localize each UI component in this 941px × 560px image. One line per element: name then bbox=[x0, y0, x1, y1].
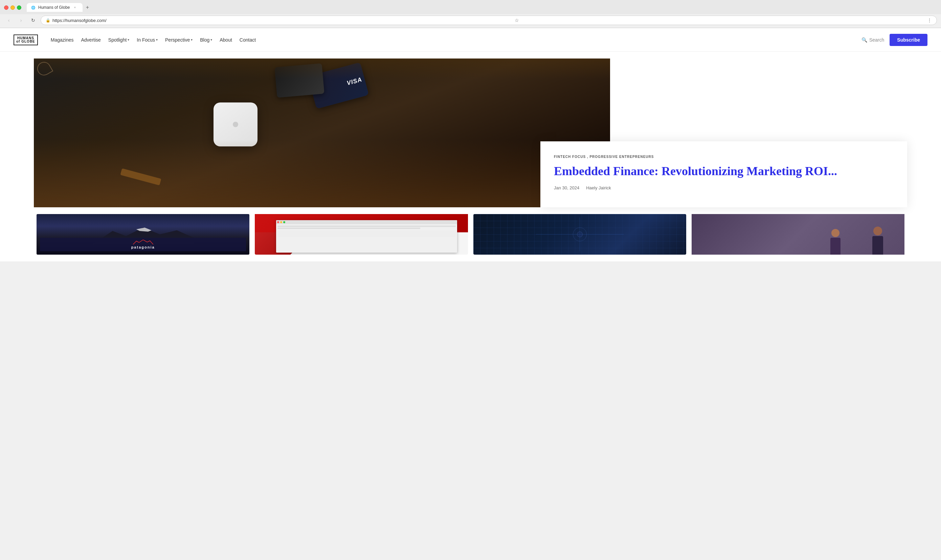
search-bar[interactable]: 🔍 Search bbox=[861, 37, 884, 43]
patagonia-image: patagonia bbox=[37, 214, 249, 255]
svg-point-5 bbox=[577, 232, 582, 237]
logo-bottom-text: of GLOBE bbox=[16, 40, 35, 43]
nav-in-focus[interactable]: In Focus ▾ bbox=[134, 35, 160, 45]
traffic-lights bbox=[4, 5, 21, 10]
nav-spotlight[interactable]: Spotlight ▾ bbox=[106, 35, 132, 45]
screen-content bbox=[276, 224, 457, 238]
nav-about-label: About bbox=[220, 37, 232, 43]
nav-about[interactable]: About bbox=[217, 35, 235, 45]
in-focus-chevron-icon: ▾ bbox=[156, 38, 158, 42]
tab-bar: 🌐 Humans of Globe × + bbox=[27, 3, 92, 12]
person2 bbox=[872, 226, 883, 255]
site-header: HUMANS of GLOBE Magazines Advertise Spot… bbox=[0, 28, 941, 52]
nav-perspective-label: Perspective bbox=[165, 37, 190, 43]
top-overlay bbox=[34, 58, 610, 79]
tab-favicon-icon: 🌐 bbox=[31, 5, 35, 10]
card-laptop-bg bbox=[255, 214, 467, 255]
hero-date: Jan 30, 2024 bbox=[554, 185, 579, 191]
screen-line-2 bbox=[278, 228, 420, 229]
people-image bbox=[692, 214, 904, 255]
tech-image bbox=[474, 214, 686, 255]
person1-head bbox=[831, 229, 839, 237]
subscribe-button[interactable]: Subscribe bbox=[890, 34, 927, 46]
browser-titlebar: 🌐 Humans of Globe × + bbox=[0, 0, 941, 14]
screen-main-area bbox=[278, 230, 456, 237]
hero-info-card: FINTECH FOCUS , PROGRESSIVE ENTREPRENEUR… bbox=[540, 142, 907, 207]
nav-contact-label: Contact bbox=[239, 37, 256, 43]
hero-image: VISA bbox=[34, 58, 610, 207]
card-people[interactable] bbox=[692, 214, 904, 255]
minimize-window-button[interactable] bbox=[11, 5, 15, 10]
card-tech-bg bbox=[474, 214, 686, 255]
hero-tag2: PROGRESSIVE ENTREPRENEURS bbox=[589, 155, 654, 158]
hero-meta: Jan 30, 2024 Haely Jairick bbox=[554, 185, 894, 191]
screen-btn-yellow bbox=[280, 221, 282, 223]
card-laptop[interactable] bbox=[255, 214, 467, 255]
square-dot bbox=[233, 122, 238, 127]
screen-line-1 bbox=[278, 226, 456, 227]
hero-tags: FINTECH FOCUS , PROGRESSIVE ENTREPRENEUR… bbox=[554, 155, 894, 158]
refresh-button[interactable]: ↻ bbox=[28, 15, 38, 25]
person1-body bbox=[830, 238, 841, 255]
address-field[interactable]: 🔒 https://humansofglobe.com/ ☆ ⋮ bbox=[41, 15, 937, 25]
hero-tag1: FINTECH FOCUS bbox=[554, 155, 586, 158]
hero-title[interactable]: Embedded Finance: Revolutionizing Market… bbox=[554, 164, 894, 178]
address-bar-row: ‹ › ↻ 🔒 https://humansofglobe.com/ ☆ ⋮ bbox=[0, 14, 941, 28]
card-patagonia[interactable]: patagonia bbox=[37, 214, 249, 255]
forward-button[interactable]: › bbox=[16, 15, 26, 25]
nav-blog[interactable]: Blog ▾ bbox=[197, 35, 215, 45]
spotlight-chevron-icon: ▾ bbox=[128, 38, 129, 42]
url-text: https://humansofglobe.com/ bbox=[52, 18, 106, 23]
bookmark-icon[interactable]: ☆ bbox=[515, 18, 519, 23]
hero-author: Haely Jairick bbox=[586, 185, 611, 191]
card-patagonia-bg: patagonia bbox=[37, 214, 249, 255]
screen-btn-green bbox=[283, 221, 285, 223]
card-people-bg bbox=[692, 214, 904, 255]
new-tab-button[interactable]: + bbox=[83, 3, 92, 12]
screen-toolbar bbox=[276, 220, 457, 224]
patagonia-brand-text: patagonia bbox=[43, 245, 242, 249]
more-options-icon[interactable]: ⋮ bbox=[927, 18, 932, 23]
nav-magazines[interactable]: Magazines bbox=[48, 35, 77, 45]
maximize-window-button[interactable] bbox=[17, 5, 21, 10]
tech-circuit-svg bbox=[474, 214, 686, 255]
logo-top-text: HUMANS bbox=[17, 37, 34, 40]
site-nav: Magazines Advertise Spotlight ▾ In Focus… bbox=[48, 35, 861, 45]
card-tech[interactable] bbox=[474, 214, 686, 255]
active-tab[interactable]: 🌐 Humans of Globe × bbox=[27, 3, 83, 12]
header-right: 🔍 Search Subscribe bbox=[861, 34, 927, 46]
tab-close-icon[interactable]: × bbox=[73, 5, 77, 10]
nav-blog-label: Blog bbox=[200, 37, 210, 43]
nav-spotlight-label: Spotlight bbox=[108, 37, 126, 43]
lock-icon: 🔒 bbox=[46, 18, 51, 23]
nav-perspective[interactable]: Perspective ▾ bbox=[162, 35, 195, 45]
screen-area bbox=[276, 220, 457, 252]
nav-contact[interactable]: Contact bbox=[237, 35, 259, 45]
perspective-chevron-icon: ▾ bbox=[191, 38, 193, 42]
hero-section: VISA bbox=[34, 58, 907, 207]
svg-marker-1 bbox=[136, 228, 151, 232]
screen-btn-red bbox=[277, 221, 279, 223]
cards-row: patagonia bbox=[34, 214, 907, 255]
person1 bbox=[830, 229, 841, 255]
website-content: HUMANS of GLOBE Magazines Advertise Spot… bbox=[0, 28, 941, 262]
nav-advertise-label: Advertise bbox=[81, 37, 100, 43]
close-window-button[interactable] bbox=[4, 5, 8, 10]
search-icon: 🔍 bbox=[861, 37, 867, 43]
nav-advertise[interactable]: Advertise bbox=[78, 35, 103, 45]
nav-magazines-label: Magazines bbox=[51, 37, 74, 43]
nav-in-focus-label: In Focus bbox=[137, 37, 155, 43]
browser-chrome: 🌐 Humans of Globe × + ‹ › ↻ 🔒 https://hu… bbox=[0, 0, 941, 28]
patagonia-mountain-art bbox=[133, 240, 153, 245]
person2-body bbox=[872, 236, 883, 255]
patagonia-logo-area: patagonia bbox=[40, 238, 246, 251]
blog-chevron-icon: ▾ bbox=[210, 38, 212, 42]
tab-title: Humans of Globe bbox=[38, 5, 70, 10]
payment-scene: VISA bbox=[34, 58, 610, 207]
search-label: Search bbox=[869, 37, 884, 43]
logo-box: HUMANS of GLOBE bbox=[14, 34, 38, 45]
back-button[interactable]: ‹ bbox=[4, 15, 14, 25]
site-logo[interactable]: HUMANS of GLOBE bbox=[14, 34, 38, 45]
laptop-image bbox=[255, 214, 467, 255]
person2-head bbox=[873, 226, 882, 235]
